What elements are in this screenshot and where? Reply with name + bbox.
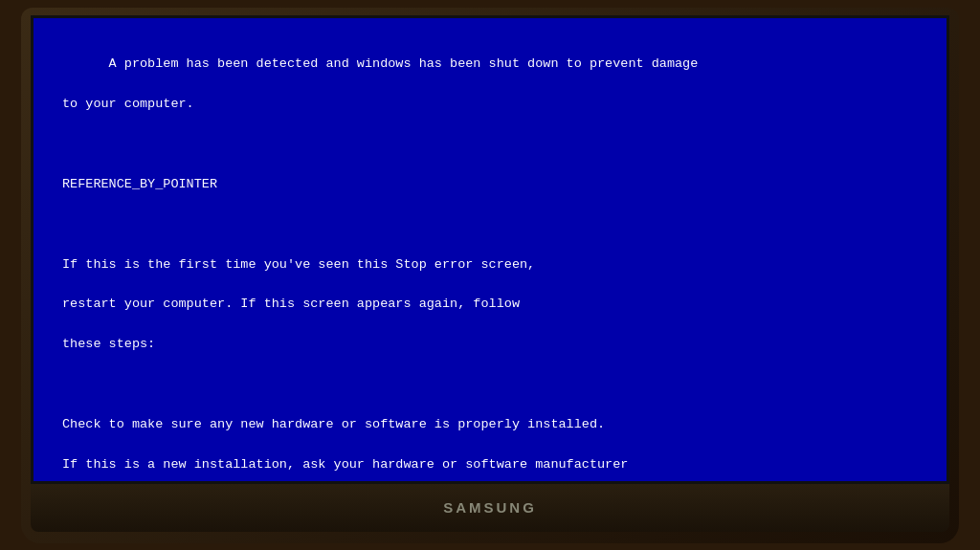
- monitor-bezel-bottom: SAMSUNG: [31, 484, 949, 532]
- bsod-line7: restart your computer. If this screen ap…: [62, 297, 520, 311]
- bsod-line6: If this is the first time you've seen th…: [62, 257, 535, 272]
- bsod-text: A problem has been detected and windows …: [33, 18, 947, 481]
- bsod-line4: REFERENCE_BY_POINTER: [62, 177, 217, 191]
- bsod-line5: [62, 217, 70, 231]
- bsod-line9: [62, 377, 70, 391]
- bsod-line10: Check to make sure any new hardware or s…: [62, 417, 605, 431]
- screen: A problem has been detected and windows …: [31, 15, 949, 484]
- bsod-line8: these steps:: [62, 337, 155, 351]
- bsod-line11: If this is a new installation, ask your …: [62, 457, 628, 472]
- bsod-line1: A problem has been detected and windows …: [109, 56, 699, 71]
- monitor: A problem has been detected and windows …: [21, 8, 959, 543]
- bsod-line3: [62, 137, 70, 151]
- monitor-brand: SAMSUNG: [443, 499, 537, 516]
- bsod-line2: to your computer.: [62, 97, 194, 111]
